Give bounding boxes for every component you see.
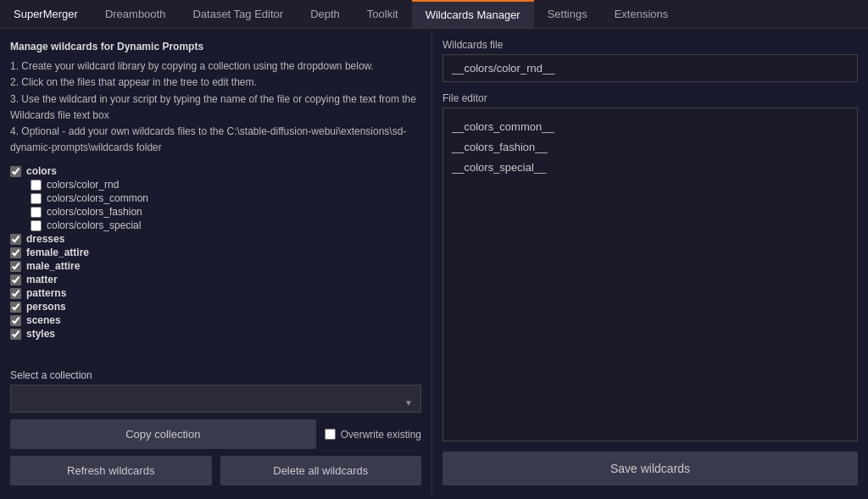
instructions-step1: 1. Create your wildcard library by copyi… (10, 58, 421, 75)
nav-tab-toolkit[interactable]: Toolkit (353, 0, 412, 28)
overwrite-checkbox[interactable] (325, 429, 336, 440)
copy-collection-button[interactable]: Copy collection (10, 419, 316, 449)
file-editor-label: File editor (442, 92, 858, 104)
nav-tab-settings[interactable]: Settings (534, 0, 601, 28)
instructions-step4: 4. Optional - add your own wildcards fil… (10, 124, 421, 156)
collection-select[interactable] (10, 385, 421, 413)
tree-item-label: colors/colors_special (47, 219, 141, 231)
file-editor-box[interactable]: __colors_common____colors_fashion____col… (442, 108, 858, 441)
wildcards-file-label: Wildcards file (442, 39, 858, 51)
editor-line: __colors_common__ (452, 117, 849, 137)
tree-item[interactable]: scenes (10, 313, 421, 327)
tree-item[interactable]: colors (10, 164, 421, 178)
tree-checkbox[interactable] (10, 234, 21, 245)
tree-checkbox[interactable] (10, 315, 21, 326)
overwrite-row: Overwrite existing (325, 429, 421, 441)
overwrite-label: Overwrite existing (341, 429, 421, 441)
tree-item[interactable]: persons (10, 300, 421, 313)
tree-item-label: persons (26, 301, 66, 313)
delete-wildcards-button[interactable]: Delete all wildcards (220, 456, 422, 485)
tree-item[interactable]: styles (10, 327, 421, 341)
instructions-step3: 3. Use the wildcard in your script by ty… (10, 91, 421, 124)
editor-line: __colors_fashion__ (452, 137, 849, 158)
tree-item-label: colors/colors_common (47, 192, 148, 204)
tree-checkbox[interactable] (10, 261, 21, 272)
tree-checkbox[interactable] (10, 166, 21, 177)
tree-checkbox[interactable] (10, 329, 21, 340)
tree-checkbox[interactable] (31, 180, 42, 191)
nav-tab-dreambooth[interactable]: Dreambooth (92, 0, 180, 28)
nav-tab-extensions[interactable]: Extensions (601, 0, 682, 28)
editor-line: __colors_special__ (452, 158, 849, 178)
tree-item[interactable]: dresses (10, 232, 421, 246)
right-panel: Wildcards file File editor __colors_comm… (432, 29, 868, 496)
tree-checkbox[interactable] (10, 247, 21, 258)
save-wildcards-button[interactable]: Save wildcards (442, 452, 858, 485)
tree-checkbox[interactable] (31, 193, 42, 204)
tree-item-label: scenes (26, 314, 61, 326)
tree-item-label: male_attire (26, 260, 80, 272)
nav-tab-depth[interactable]: Depth (297, 0, 353, 28)
tree-container: colorscolors/color_rndcolors/colors_comm… (10, 164, 421, 361)
tree-item[interactable]: colors/colors_fashion (10, 205, 421, 219)
tree-item[interactable]: male_attire (10, 259, 421, 273)
tree-item-label: colors/color_rnd (47, 179, 119, 191)
tree-checkbox[interactable] (31, 220, 42, 231)
select-wrapper (10, 385, 421, 419)
tree-checkbox[interactable] (10, 302, 21, 313)
instructions-title: Manage wildcards for Dynamic Prompts (10, 39, 421, 55)
nav-tab-supermerger[interactable]: SuperMerger (0, 0, 92, 28)
bottom-controls: Select a collection Copy collection Over… (10, 369, 421, 485)
select-collection-label: Select a collection (10, 369, 421, 381)
tree-item-label: styles (26, 328, 55, 340)
wildcards-file-input[interactable] (442, 54, 858, 82)
tree-item[interactable]: colors/color_rnd (10, 178, 421, 191)
tree-item-label: dresses (26, 233, 64, 245)
tree-checkbox[interactable] (31, 207, 42, 218)
tree-item[interactable]: patterns (10, 286, 421, 300)
tree-checkbox[interactable] (10, 288, 21, 299)
tree-item-label: female_attire (26, 247, 89, 258)
nav-tab-wildcards-manager[interactable]: Wildcards Manager (412, 0, 534, 28)
collection-row: Copy collection Overwrite existing (10, 419, 421, 449)
nav-tab-dataset-tag-editor[interactable]: Dataset Tag Editor (179, 0, 297, 28)
tree-item-label: colors/colors_fashion (47, 206, 142, 218)
tree-item[interactable]: colors/colors_common (10, 191, 421, 205)
main-layout: Manage wildcards for Dynamic Prompts 1. … (0, 29, 868, 496)
tree-checkbox[interactable] (10, 274, 21, 286)
instructions-step2: 2. Click on the files that appear in the… (10, 75, 421, 91)
bottom-btns: Refresh wildcards Delete all wildcards (10, 456, 421, 485)
tree-item[interactable]: matter (10, 273, 421, 286)
tree-item[interactable]: colors/colors_special (10, 219, 421, 232)
refresh-wildcards-button[interactable]: Refresh wildcards (10, 456, 212, 485)
tree-item[interactable]: female_attire (10, 246, 421, 259)
instructions: Manage wildcards for Dynamic Prompts 1. … (10, 39, 421, 156)
tree-item-label: matter (26, 274, 58, 286)
tree-item-label: colors (26, 165, 57, 177)
top-nav: SuperMergerDreamboothDataset Tag EditorD… (0, 0, 868, 29)
left-panel: Manage wildcards for Dynamic Prompts 1. … (0, 29, 432, 496)
tree-item-label: patterns (26, 287, 66, 299)
